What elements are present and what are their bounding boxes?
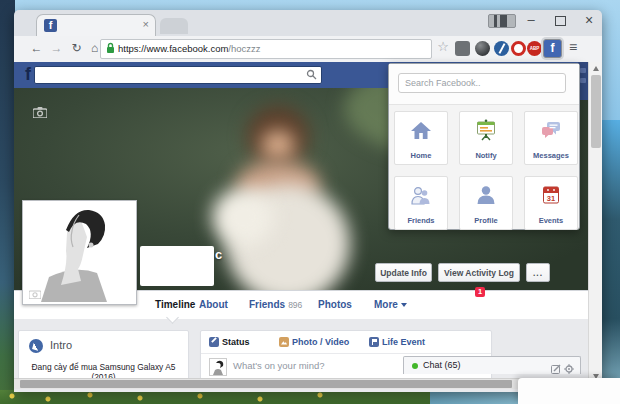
vertical-scroll-thumb[interactable] — [591, 75, 601, 148]
popup-search-area — [389, 64, 579, 105]
url-path: /hoczzz — [228, 43, 260, 54]
facebook-search-bar[interactable] — [34, 66, 322, 84]
profile-sketch — [23, 201, 134, 302]
profile-person-icon — [474, 183, 498, 207]
gear-icon[interactable] — [564, 364, 574, 374]
titlebar: – × f × — [14, 10, 602, 36]
bookmark-star-icon[interactable]: ☆ — [435, 39, 451, 54]
popup-item-label: Messages — [525, 151, 577, 160]
photo-video-label: Photo / Video — [292, 337, 349, 347]
minimize-button[interactable]: – — [517, 10, 545, 32]
activity-log-badge: 1 — [475, 287, 485, 297]
messages-icon — [539, 118, 563, 142]
profile-more-options-button[interactable]: ... — [526, 263, 550, 282]
popup-item-profile[interactable]: Profile — [459, 176, 513, 230]
update-cover-camera-icon[interactable] — [33, 107, 47, 118]
facebook-extension-icon[interactable]: f — [543, 39, 562, 58]
update-profile-camera-icon[interactable] — [29, 289, 41, 299]
tab-close-icon[interactable]: × — [143, 18, 149, 30]
extension-red-ring-icon[interactable] — [511, 41, 526, 56]
vertical-scrollbar[interactable] — [588, 62, 602, 388]
maximize-button[interactable] — [546, 10, 574, 32]
view-activity-log-button[interactable]: View Activity Log1 — [438, 263, 520, 282]
tab-photos[interactable]: Photos — [318, 291, 352, 319]
horizontal-scrollbar[interactable] — [14, 378, 588, 389]
update-info-button[interactable]: Update Info — [375, 263, 432, 282]
wallpaper-mountain-left — [0, 0, 15, 404]
browser-toolbar: ← → ↻ ⌂ https://www.facebook.com/hoczzz … — [14, 36, 602, 63]
popup-item-events[interactable]: 31 Events — [524, 176, 578, 230]
popup-item-home[interactable]: Home — [394, 111, 448, 165]
popup-search-input[interactable] — [398, 73, 566, 93]
popup-item-label: Events — [525, 216, 577, 225]
composer-tab-photo-video[interactable]: Photo / Video — [279, 335, 349, 350]
cover-lamb — [212, 188, 274, 246]
composer-divider — [201, 353, 491, 354]
back-icon[interactable]: ← — [28, 40, 45, 57]
popup-item-messages[interactable]: Messages — [524, 111, 578, 165]
status-label: Status — [222, 337, 250, 347]
browser-tab[interactable]: f × — [36, 14, 156, 37]
facebook-favicon-icon: f — [44, 19, 57, 32]
popup-item-label: Friends — [395, 216, 447, 225]
status-pencil-icon — [209, 337, 219, 347]
horizontal-scroll-thumb[interactable] — [20, 380, 512, 388]
reload-icon[interactable]: ↻ — [68, 40, 85, 57]
wallpaper-mountain-right — [602, 120, 620, 404]
online-status-dot — [412, 363, 418, 369]
url-host: https://www.facebook.com — [118, 43, 228, 54]
composer-input[interactable]: What's on your mind? — [233, 360, 325, 371]
life-event-label: Life Event — [382, 337, 425, 347]
home-icon — [409, 118, 433, 142]
popup-item-friends[interactable]: Friends — [394, 176, 448, 230]
lock-icon — [106, 42, 115, 54]
address-bar[interactable]: https://www.facebook.com/hoczzz — [100, 39, 432, 59]
popup-item-label: Profile — [460, 216, 512, 225]
events-calendar-icon: 31 — [539, 183, 563, 207]
tab-more-label: More — [374, 299, 398, 310]
composer-tab-life-event[interactable]: Life Event — [369, 335, 425, 350]
notify-board-icon — [474, 118, 498, 142]
new-tab-button[interactable] — [160, 18, 188, 34]
popup-item-label: Home — [395, 151, 447, 160]
extension-gray-icon[interactable] — [455, 41, 470, 56]
desktop-white-panel — [518, 378, 620, 404]
popup-item-label: Notify — [460, 151, 512, 160]
tab-friends[interactable]: Friends896 — [249, 291, 302, 319]
chat-bar[interactable]: Chat (65) — [403, 356, 581, 374]
titlebar-badge — [488, 14, 516, 28]
friends-icon — [409, 183, 433, 207]
photo-video-icon — [279, 337, 289, 347]
life-event-flag-icon — [369, 337, 379, 347]
forward-icon[interactable]: → — [48, 40, 65, 57]
chevron-down-icon — [401, 303, 407, 307]
composer-tab-status[interactable]: Status — [209, 335, 250, 350]
close-button[interactable]: × — [575, 10, 603, 32]
profile-name-fragment: c — [215, 247, 222, 262]
chat-label: Chat (65) — [423, 360, 461, 370]
tab-about[interactable]: About — [199, 291, 228, 319]
extension-dark-circle-icon[interactable] — [475, 41, 490, 56]
scroll-up-arrow[interactable] — [593, 66, 599, 71]
intro-card: Intro Đang cày để mua Samsung Galaxy A5 … — [18, 330, 189, 380]
intro-title: Intro — [50, 339, 72, 351]
adblock-icon[interactable]: ABP — [527, 41, 542, 56]
facebook-extension-popup: Home Notify Messages Friend — [388, 63, 580, 230]
browser-menu-icon[interactable]: ≡ — [565, 39, 581, 55]
chat-icons — [551, 360, 574, 378]
compose-icon[interactable] — [551, 364, 561, 374]
tab-more[interactable]: More — [374, 291, 407, 319]
cover-girl-face — [261, 130, 295, 160]
profile-name-censored — [140, 246, 214, 286]
view-activity-log-label: View Activity Log — [444, 268, 514, 278]
composer-avatar — [209, 358, 227, 376]
tab-friends-label: Friends — [249, 299, 285, 310]
profile-picture[interactable] — [22, 200, 137, 305]
extension-blue-circle-icon[interactable] — [494, 41, 509, 56]
svg-text:31: 31 — [547, 194, 555, 203]
friends-count: 896 — [288, 300, 302, 310]
wallpaper-grass-flowers — [0, 390, 470, 404]
magnifier-icon — [306, 69, 317, 80]
popup-item-notify[interactable]: Notify — [459, 111, 513, 165]
maximize-icon — [555, 16, 566, 26]
